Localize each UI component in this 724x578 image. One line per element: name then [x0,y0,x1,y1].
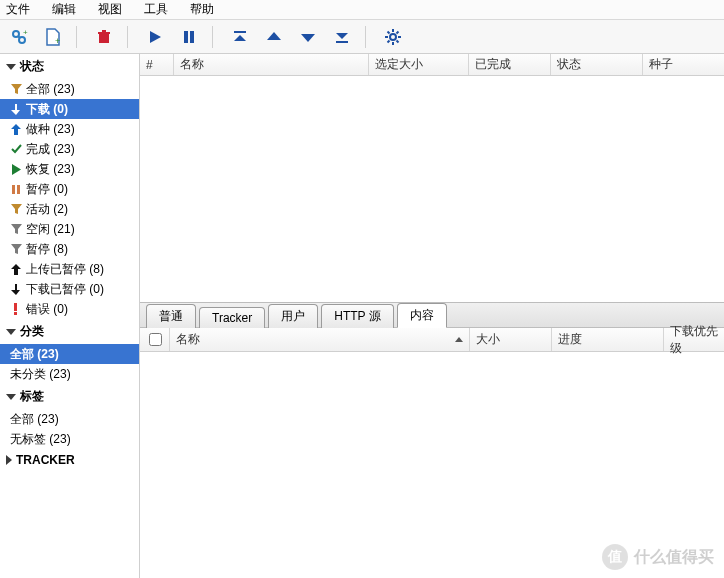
sidebar-item-label: 上传已暂停 (8) [26,261,104,278]
sidebar-group-tracker[interactable]: TRACKER [0,449,139,471]
col-done[interactable]: 已完成 [469,54,551,75]
svg-rect-6 [190,31,194,43]
col-content-name[interactable]: 名称 [170,328,470,351]
play-icon [10,163,22,175]
arrow-dn-icon [10,103,22,115]
sidebar-item[interactable]: 空闲 (21) [0,219,139,239]
tab-http[interactable]: HTTP 源 [321,304,393,328]
col-seeds[interactable]: 种子 [643,54,724,75]
sidebar-item-label: 下载 (0) [26,101,68,118]
pause-button[interactable] [174,24,204,50]
funnel-icon [10,243,22,255]
start-button[interactable] [140,24,170,50]
tab-general[interactable]: 普通 [146,304,196,328]
svg-rect-8 [336,41,348,43]
sidebar-item-label: 暂停 (8) [26,241,68,258]
sidebar-item-label: 完成 (23) [26,141,75,158]
sidebar-group-label: TRACKER [16,453,75,467]
chevron-down-icon [6,64,16,70]
sidebar-group-category[interactable]: 分类 [0,319,139,344]
move-bottom-button[interactable] [327,24,357,50]
svg-line-15 [397,40,399,42]
svg-text:+: + [55,36,60,46]
move-up-button[interactable] [259,24,289,50]
col-content-priority[interactable]: 下载优先级 [664,328,724,351]
add-file-button[interactable]: + [38,24,68,50]
svg-rect-19 [17,185,20,194]
content-table-body[interactable] [140,352,724,578]
menu-edit[interactable]: 编辑 [52,1,76,18]
arrow-dn-icon [10,283,22,295]
add-link-button[interactable]: + [4,24,34,50]
sidebar-group-tags[interactable]: 标签 [0,384,139,409]
sidebar-item-label: 无标签 (23) [10,431,71,448]
funnel-icon [10,223,22,235]
svg-line-14 [388,31,390,33]
sidebar-item[interactable]: 上传已暂停 (8) [0,259,139,279]
sidebar-item[interactable]: 无标签 (23) [0,429,139,449]
select-all-checkbox[interactable] [149,333,162,346]
menu-view[interactable]: 视图 [98,1,122,18]
menu-file[interactable]: 文件 [6,1,30,18]
sidebar-item[interactable]: 全部 (23) [0,409,139,429]
col-content-size[interactable]: 大小 [470,328,552,351]
arrow-up-icon [10,263,22,275]
chevron-down-icon [6,394,16,400]
svg-line-17 [397,31,399,33]
tab-peers[interactable]: 用户 [268,304,318,328]
torrent-table-body[interactable] [140,76,724,302]
sidebar-item[interactable]: 暂停 (0) [0,179,139,199]
sidebar-item[interactable]: 下载已暂停 (0) [0,279,139,299]
svg-rect-21 [14,312,17,315]
svg-line-2 [18,36,20,38]
torrent-table-header: # 名称 选定大小 已完成 状态 种子 [140,54,724,76]
sidebar-item-label: 全部 (23) [26,81,75,98]
toolbar: + + [0,20,724,54]
funnel-icon [10,83,22,95]
sidebar-group-label: 状态 [20,58,44,75]
detail-tabs: 普通 Tracker 用户 HTTP 源 内容 [140,302,724,328]
sidebar-item[interactable]: 下载 (0) [0,99,139,119]
move-top-button[interactable] [225,24,255,50]
sidebar-item[interactable]: 活动 (2) [0,199,139,219]
col-number[interactable]: # [140,54,174,75]
funnel-icon [10,203,22,215]
toolbar-separator [212,26,213,48]
sidebar-item[interactable]: 恢复 (23) [0,159,139,179]
col-status[interactable]: 状态 [551,54,643,75]
move-down-button[interactable] [293,24,323,50]
col-size[interactable]: 选定大小 [369,54,469,75]
pause-icon [10,183,22,195]
menu-help[interactable]: 帮助 [190,1,214,18]
col-content-progress[interactable]: 进度 [552,328,664,351]
sidebar-item-label: 活动 (2) [26,201,68,218]
sidebar-item[interactable]: 全部 (23) [0,79,139,99]
sidebar-group-label: 分类 [20,323,44,340]
menu-tools[interactable]: 工具 [144,1,168,18]
sidebar-item[interactable]: 完成 (23) [0,139,139,159]
sidebar-item[interactable]: 全部 (23) [0,344,139,364]
sidebar-item[interactable]: 做种 (23) [0,119,139,139]
sidebar-item-label: 空闲 (21) [26,221,75,238]
col-checkbox[interactable] [140,328,170,351]
sidebar-item-label: 未分类 (23) [10,366,71,383]
sidebar-group-status[interactable]: 状态 [0,54,139,79]
col-name[interactable]: 名称 [174,54,369,75]
sidebar-item[interactable]: 错误 (0) [0,299,139,319]
bang-icon [10,303,22,315]
svg-rect-5 [184,31,188,43]
settings-button[interactable] [378,24,408,50]
tab-content[interactable]: 内容 [397,303,447,328]
col-content-name-label: 名称 [176,331,200,348]
sidebar-group-label: 标签 [20,388,44,405]
sidebar-item[interactable]: 暂停 (8) [0,239,139,259]
svg-rect-7 [234,31,246,33]
delete-button[interactable] [89,24,119,50]
menu-bar: 文件 编辑 视图 工具 帮助 [0,0,724,20]
tab-tracker[interactable]: Tracker [199,307,265,328]
sidebar-item[interactable]: 未分类 (23) [0,364,139,384]
content-table-header: 名称 大小 进度 下载优先级 [140,328,724,352]
sidebar-item-label: 暂停 (0) [26,181,68,198]
svg-point-9 [390,34,396,40]
sidebar-item-label: 全部 (23) [10,346,59,363]
